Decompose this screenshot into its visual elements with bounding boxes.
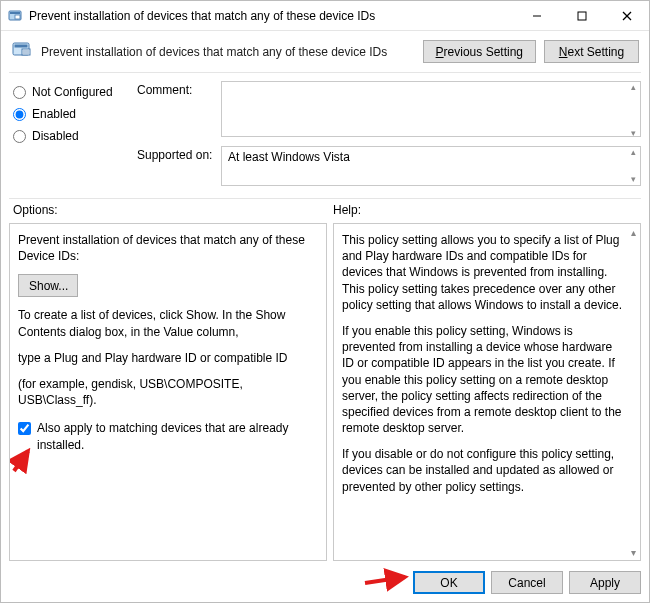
- show-button[interactable]: Show...: [18, 274, 78, 297]
- options-title: Prevent installation of devices that mat…: [18, 232, 318, 264]
- comment-textarea[interactable]: [221, 81, 641, 137]
- help-scroll-up-icon: ▴: [626, 224, 640, 240]
- options-instruction-2: type a Plug and Play hardware ID or comp…: [18, 350, 318, 366]
- close-button[interactable]: [604, 1, 649, 30]
- minimize-button[interactable]: [514, 1, 559, 30]
- svg-rect-2: [15, 15, 20, 19]
- titlebar: Prevent installation of devices that mat…: [1, 1, 649, 31]
- help-paragraph-1: This policy setting allows you to specif…: [342, 232, 626, 313]
- svg-line-12: [14, 451, 28, 471]
- window-title: Prevent installation of devices that mat…: [29, 9, 514, 23]
- options-instruction-1: To create a list of devices, click Show.…: [18, 307, 318, 339]
- previous-setting-button[interactable]: Previous Setting: [423, 40, 536, 63]
- svg-rect-1: [10, 12, 20, 14]
- policy-icon: [11, 39, 33, 64]
- policy-title: Prevent installation of devices that mat…: [41, 45, 415, 59]
- help-panel: This policy setting allows you to specif…: [333, 223, 641, 561]
- maximize-button[interactable]: [559, 1, 604, 30]
- panels-row: Prevent installation of devices that mat…: [1, 219, 649, 565]
- help-scroll-down-icon: ▾: [626, 544, 640, 560]
- svg-rect-8: [15, 45, 28, 48]
- header-row: Prevent installation of devices that mat…: [1, 31, 649, 66]
- annotation-arrow-ok: [359, 563, 419, 593]
- disabled-label: Disabled: [32, 129, 79, 143]
- svg-rect-9: [22, 49, 30, 55]
- comment-label: Comment:: [137, 81, 217, 97]
- options-section-label: Options:: [13, 203, 333, 217]
- svg-line-13: [365, 577, 405, 583]
- also-apply-checkbox[interactable]: [18, 422, 31, 435]
- supported-on-text: At least Windows Vista: [228, 150, 350, 164]
- cancel-button[interactable]: Cancel: [491, 571, 563, 594]
- svg-rect-4: [578, 12, 586, 20]
- help-paragraph-3: If you disable or do not configure this …: [342, 446, 626, 495]
- config-area: Not Configured Enabled Disabled Comment:…: [1, 73, 649, 192]
- app-icon: [7, 8, 23, 24]
- disabled-radio[interactable]: [13, 130, 26, 143]
- supported-on-label: Supported on:: [137, 146, 217, 162]
- supported-on-value: At least Windows Vista: [221, 146, 641, 186]
- not-configured-radio[interactable]: [13, 86, 26, 99]
- bottom-button-bar: OK Cancel Apply: [1, 565, 649, 602]
- enabled-radio[interactable]: [13, 108, 26, 121]
- help-section-label: Help:: [333, 203, 641, 217]
- section-header-row: Options: Help:: [1, 199, 649, 219]
- not-configured-label: Not Configured: [32, 85, 113, 99]
- policy-editor-window: Prevent installation of devices that mat…: [0, 0, 650, 603]
- window-controls: [514, 1, 649, 30]
- ok-button[interactable]: OK: [413, 571, 485, 594]
- also-apply-checkbox-label: Also apply to matching devices that are …: [37, 420, 318, 452]
- enabled-label: Enabled: [32, 107, 76, 121]
- state-radio-group: Not Configured Enabled Disabled: [13, 81, 133, 147]
- help-paragraph-2: If you enable this policy setting, Windo…: [342, 323, 626, 436]
- next-setting-button[interactable]: Next Setting: [544, 40, 639, 63]
- apply-button[interactable]: Apply: [569, 571, 641, 594]
- options-instruction-3: (for example, gendisk, USB\COMPOSITE, US…: [18, 376, 318, 408]
- options-panel: Prevent installation of devices that mat…: [9, 223, 327, 561]
